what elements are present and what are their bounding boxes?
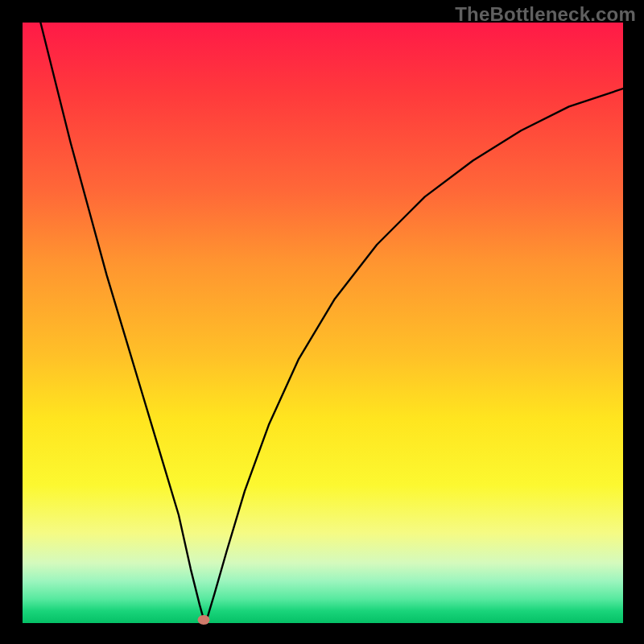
minimum-marker	[198, 615, 210, 625]
bottleneck-curve	[40, 23, 623, 620]
chart-frame: TheBottleneck.com	[0, 0, 644, 644]
plot-area	[23, 23, 623, 623]
watermark-text: TheBottleneck.com	[455, 3, 636, 26]
curve-svg	[23, 23, 623, 623]
